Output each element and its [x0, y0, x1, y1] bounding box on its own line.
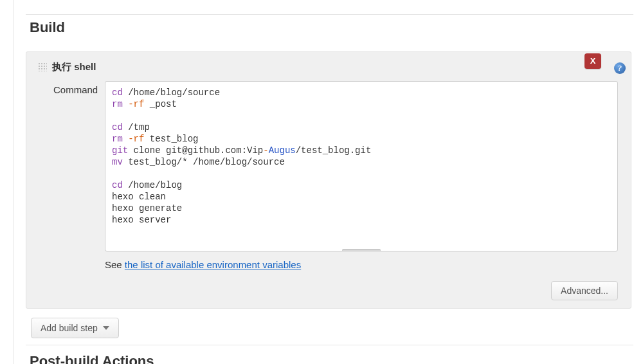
code-token: /home/blog — [123, 180, 182, 190]
divider-bottom — [26, 345, 633, 345]
code-token: -rf — [123, 134, 145, 144]
env-vars-link[interactable]: the list of available environment variab… — [125, 259, 301, 270]
left-gutter — [0, 0, 14, 364]
step-title: 执行 shell — [52, 61, 96, 73]
code-token: _post — [144, 99, 176, 109]
code-token: clone git@github.com:Vip — [128, 145, 263, 156]
delete-step-button[interactable]: X — [584, 53, 601, 69]
divider-top — [26, 14, 633, 15]
code-token: Augus — [269, 145, 296, 156]
section-title-build: Build — [30, 19, 65, 36]
code-token: hexo generate — [112, 203, 182, 214]
code-token: cd — [112, 122, 123, 132]
command-textarea[interactable]: cd /home/blog/source rm -rf _post cd /tm… — [105, 81, 618, 251]
command-label: Command — [53, 84, 98, 95]
chevron-down-icon — [103, 326, 109, 330]
code-token: hexo server — [112, 215, 171, 225]
code-token: rm — [112, 99, 123, 109]
code-token: cd — [112, 180, 123, 190]
build-step-block: 执行 shell X ? Command cd /home/blog/sourc… — [26, 51, 631, 309]
code-token: /home/blog/source — [123, 87, 220, 98]
code-token: -rf — [123, 99, 145, 109]
code-token: test_blog/* /home/blog/source — [123, 157, 285, 167]
help-icon[interactable]: ? — [614, 62, 626, 74]
code-token: /tmp — [123, 122, 150, 132]
code-token: /test_blog.git — [296, 145, 372, 156]
code-token: git — [112, 145, 128, 156]
hint-prefix: See — [105, 259, 125, 270]
code-token: cd — [112, 87, 123, 98]
env-vars-hint: See the list of available environment va… — [105, 259, 301, 270]
section-title-post-build: Post-build Actions — [30, 353, 154, 364]
code-token: mv — [112, 157, 123, 167]
code-token: rm — [112, 134, 123, 144]
advanced-button[interactable]: Advanced... — [551, 281, 618, 300]
drag-handle-icon[interactable] — [38, 62, 47, 71]
config-page: Build 执行 shell X ? Command cd /home/blog… — [0, 0, 643, 364]
add-build-step-label: Add build step — [41, 323, 98, 333]
code-token: test_blog — [144, 134, 198, 144]
add-build-step-button[interactable]: Add build step — [31, 318, 119, 338]
code-token: hexo clean — [112, 192, 166, 202]
resize-handle-icon[interactable] — [342, 249, 381, 251]
code-token: - — [263, 145, 268, 156]
